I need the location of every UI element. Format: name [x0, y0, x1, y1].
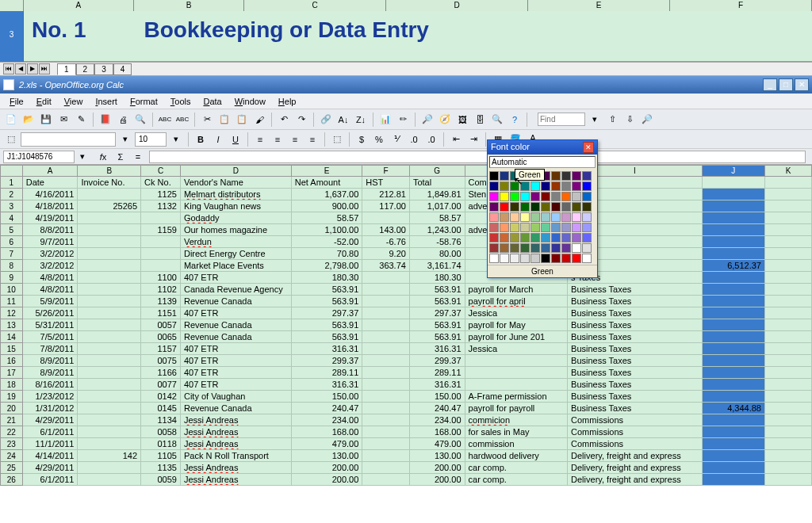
row-header[interactable]: 6: [1, 236, 23, 248]
cell[interactable]: 143.00: [362, 224, 410, 236]
cell[interactable]: [702, 343, 764, 355]
menu-tools[interactable]: Tools: [164, 95, 197, 108]
cell[interactable]: Godaddy: [180, 212, 291, 224]
gallery-icon[interactable]: 🖼: [454, 112, 470, 128]
cell[interactable]: 6/1/2011: [22, 474, 78, 486]
cell[interactable]: 1159: [141, 224, 181, 236]
align-center-icon[interactable]: ≡: [270, 132, 285, 147]
cell[interactable]: Delivery, freight and express: [568, 474, 703, 486]
cell[interactable]: 234.00: [409, 414, 465, 426]
color-swatch[interactable]: [582, 233, 592, 242]
cell[interactable]: 316.31: [291, 343, 362, 355]
cell[interactable]: Business Taxes: [568, 284, 703, 296]
print-icon[interactable]: 🖨: [115, 112, 131, 128]
cell[interactable]: [78, 284, 141, 296]
cell[interactable]: [141, 248, 181, 260]
color-swatch[interactable]: [572, 243, 581, 253]
cell[interactable]: 117.00: [362, 200, 410, 212]
color-swatch[interactable]: [551, 223, 561, 232]
menu-insert[interactable]: Insert: [89, 95, 124, 108]
italic-icon[interactable]: I: [210, 132, 226, 147]
color-swatch[interactable]: [500, 181, 509, 191]
color-swatch[interactable]: [582, 171, 592, 181]
color-swatch[interactable]: [551, 243, 561, 253]
cell[interactable]: 1135: [141, 462, 181, 474]
cell[interactable]: [78, 248, 141, 260]
cell[interactable]: 1125: [141, 189, 181, 200]
cell[interactable]: 168.00: [409, 426, 465, 438]
cell[interactable]: 0059: [141, 474, 181, 486]
cell[interactable]: 0058: [141, 426, 181, 438]
cell[interactable]: 7/8/2011: [22, 343, 78, 355]
cell[interactable]: [764, 248, 811, 260]
cell[interactable]: 0057: [141, 319, 181, 331]
cell[interactable]: 407 ETR: [180, 367, 291, 379]
cell[interactable]: 5/31/2011: [22, 319, 78, 331]
color-swatch[interactable]: [489, 223, 499, 232]
formula-input[interactable]: [149, 151, 806, 163]
cell[interactable]: 0065: [141, 331, 181, 343]
row-header[interactable]: 23: [1, 438, 23, 450]
cell[interactable]: King Vaughan news: [180, 200, 291, 212]
color-swatch[interactable]: [572, 254, 581, 263]
cell[interactable]: Melmart distributors: [180, 189, 291, 200]
cell[interactable]: Revenue Canada: [180, 319, 291, 331]
cell[interactable]: A-Frame permission: [465, 391, 568, 403]
color-swatch[interactable]: [510, 254, 519, 263]
cell[interactable]: 25265: [78, 200, 141, 212]
color-swatch[interactable]: [561, 233, 571, 242]
tab-nav-prev[interactable]: ◀: [15, 63, 26, 74]
cell[interactable]: 3/2/2012: [22, 248, 78, 260]
cell[interactable]: 200.00: [409, 474, 465, 486]
cell[interactable]: [764, 367, 811, 379]
align-left-icon[interactable]: ≡: [252, 132, 268, 147]
cell[interactable]: 1105: [141, 450, 181, 462]
font-size-combo[interactable]: [135, 132, 167, 147]
cell[interactable]: [764, 284, 811, 296]
cell[interactable]: [362, 296, 410, 307]
color-swatch[interactable]: [541, 233, 550, 242]
row-header[interactable]: 2: [1, 189, 23, 200]
cell[interactable]: 130.00: [409, 450, 465, 462]
email-icon[interactable]: ✉: [56, 112, 71, 128]
cell[interactable]: 1,849.81: [409, 189, 465, 200]
header-cell[interactable]: [702, 177, 764, 189]
row-header[interactable]: 17: [1, 367, 23, 379]
function-equals-icon[interactable]: =: [130, 149, 146, 165]
cell[interactable]: 11/1/2011: [22, 438, 78, 450]
col-header[interactable]: B: [78, 166, 141, 177]
cell[interactable]: [78, 462, 141, 474]
upper-col-header[interactable]: B: [134, 0, 244, 11]
cell[interactable]: -6.76: [362, 236, 410, 248]
cell[interactable]: [702, 355, 764, 367]
cell[interactable]: 297.37: [409, 307, 465, 319]
cell[interactable]: 168.00: [291, 426, 362, 438]
upper-col-header[interactable]: D: [386, 0, 528, 11]
cell[interactable]: [702, 462, 764, 474]
color-swatch[interactable]: [500, 212, 509, 222]
cell[interactable]: Delivery, freight and express: [568, 462, 703, 474]
select-all-corner[interactable]: [1, 166, 23, 177]
cell[interactable]: 1,017.00: [409, 200, 465, 212]
cell[interactable]: [702, 236, 764, 248]
color-swatch[interactable]: [520, 202, 530, 212]
cell[interactable]: Revenue Canada: [180, 403, 291, 414]
styles-icon[interactable]: ⬚: [3, 132, 19, 147]
sort-desc-icon[interactable]: Z↓: [353, 112, 369, 128]
upper-col-header[interactable]: C: [244, 0, 386, 11]
font-name-dropdown-icon[interactable]: ▾: [117, 132, 133, 147]
cell[interactable]: [764, 260, 811, 272]
cell[interactable]: 212.81: [362, 189, 410, 200]
cell[interactable]: 4/8/2011: [22, 272, 78, 284]
cell[interactable]: [764, 462, 811, 474]
color-swatch[interactable]: [551, 192, 561, 201]
cell[interactable]: [702, 224, 764, 236]
cell[interactable]: [78, 379, 141, 391]
cell[interactable]: 1100: [141, 272, 181, 284]
cell[interactable]: car comp.: [465, 462, 568, 474]
color-swatch[interactable]: [520, 243, 530, 253]
cell[interactable]: [702, 272, 764, 284]
edit-icon[interactable]: ✎: [73, 112, 89, 128]
color-swatch[interactable]: [520, 233, 530, 242]
cell[interactable]: Delivery, freight and express: [568, 450, 703, 462]
